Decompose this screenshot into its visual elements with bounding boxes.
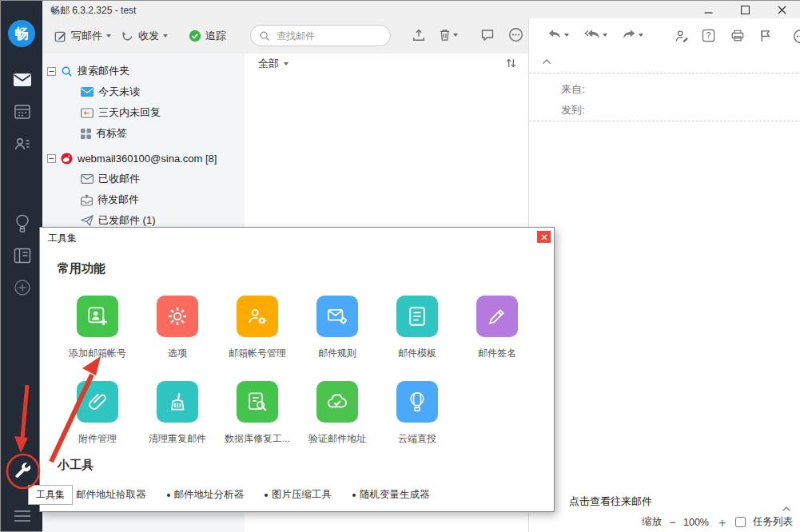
- folder-not-replied[interactable]: 三天内未回复: [81, 105, 161, 121]
- flag-icon[interactable]: [759, 29, 772, 42]
- balloon-icon: [406, 391, 428, 413]
- minimize-button[interactable]: [695, 1, 722, 18]
- toolset-dialog: 工具集 常用功能 添加邮箱帐号 选项: [39, 227, 555, 512]
- outbox-icon: [81, 194, 93, 206]
- unread-mail-icon: [81, 87, 94, 97]
- reply-all-button[interactable]: [584, 29, 607, 41]
- track-button[interactable]: 追踪: [189, 25, 226, 47]
- folder-sent[interactable]: 已发邮件 (1): [81, 212, 156, 228]
- plus-circle-icon[interactable]: [12, 277, 33, 298]
- search-input[interactable]: [275, 30, 382, 42]
- collapse-icon[interactable]: [47, 67, 56, 76]
- inbox-mail-icon: [81, 174, 94, 184]
- sent-plane-icon: [81, 215, 94, 226]
- chevron-up-icon[interactable]: [542, 58, 551, 65]
- zoom-in-button[interactable]: ＋: [716, 516, 728, 528]
- bullet-icon: [265, 494, 268, 497]
- search-folder-icon: [61, 66, 73, 77]
- tiles-row-2: 附件管理 清理重复邮件 数据库修复工...: [58, 381, 457, 446]
- svg-text:?: ?: [706, 31, 711, 40]
- gear-icon: [166, 305, 189, 328]
- bullet-icon: [352, 494, 356, 497]
- section-common-title: 常用功能: [58, 261, 105, 276]
- to-label: 发到:: [561, 103, 585, 117]
- maximize-button[interactable]: [731, 1, 758, 18]
- section-tools-title: 小工具: [58, 458, 94, 473]
- track-icon: [189, 30, 201, 42]
- folder-inbox[interactable]: 已收邮件: [81, 171, 140, 187]
- compose-button[interactable]: 写邮件: [54, 25, 111, 47]
- calendar-icon[interactable]: [12, 101, 33, 122]
- send-receive-button[interactable]: 收发: [121, 25, 168, 47]
- contacts-icon[interactable]: [12, 133, 33, 154]
- divider: [529, 121, 800, 121]
- tool-attachments[interactable]: 附件管理: [58, 381, 137, 446]
- mail-icon[interactable]: [12, 69, 33, 90]
- tool-db-repair[interactable]: 数据库修复工...: [217, 381, 297, 446]
- chevron-up-icon[interactable]: [782, 506, 791, 512]
- preview-toolbar: ?: [529, 18, 800, 54]
- folder-today-unread[interactable]: 今天未读: [81, 84, 140, 100]
- zoom-bar: 缩放 − 100% ＋ 任务列表: [642, 515, 793, 529]
- small-tool-address-picker[interactable]: 邮件地址拾取器: [69, 488, 146, 502]
- tags-grid-icon: [81, 129, 91, 139]
- titlebar: 畅邮 6.3.2.325 - test: [42, 1, 800, 18]
- app-logo[interactable]: 畅: [8, 20, 35, 47]
- tool-account-manage[interactable]: 邮箱帐号管理: [217, 296, 297, 360]
- forward-button[interactable]: [622, 29, 643, 41]
- caret-down-icon: [453, 34, 458, 37]
- tool-mail-template[interactable]: 邮件模板: [377, 296, 457, 360]
- app-window: 畅 畅邮 6.3.2.325 - test: [0, 0, 800, 532]
- caret-down-icon: [163, 34, 168, 38]
- help-icon[interactable]: ?: [702, 29, 715, 42]
- app-sidebar: 畅: [1, 1, 42, 531]
- filter-dropdown[interactable]: 全部: [258, 57, 289, 71]
- wrench-icon[interactable]: [12, 460, 33, 481]
- compose-icon: [54, 30, 67, 43]
- small-tool-address-analyzer[interactable]: 邮件地址分析器: [167, 488, 245, 502]
- search-icon: [259, 30, 270, 42]
- board-icon[interactable]: [12, 245, 33, 266]
- toolset-tooltip: 工具集: [28, 485, 73, 505]
- sina-account-icon: [61, 153, 73, 165]
- close-button[interactable]: [768, 1, 795, 18]
- comment-icon[interactable]: [480, 28, 495, 42]
- more-icon[interactable]: [793, 29, 800, 44]
- tool-options[interactable]: 选项: [137, 296, 217, 360]
- hamburger-menu-icon[interactable]: [12, 506, 33, 526]
- tool-clean-duplicates[interactable]: 清理重复邮件: [137, 381, 217, 446]
- small-tool-image-compress[interactable]: 图片压缩工具: [265, 488, 332, 502]
- search-box: [250, 25, 391, 46]
- task-list-label: 任务列表: [753, 515, 793, 529]
- archive-up-icon[interactable]: [412, 28, 426, 42]
- main-toolbar: 写邮件 收发 追踪: [42, 18, 528, 54]
- tool-verify-address[interactable]: 验证邮件地址: [297, 381, 377, 446]
- reply-mail-icon: [81, 108, 94, 118]
- print-icon[interactable]: [730, 29, 745, 42]
- folder-outbox[interactable]: 待发邮件: [81, 192, 139, 208]
- task-list-checkbox[interactable]: [735, 517, 746, 527]
- zoom-out-button[interactable]: −: [669, 516, 676, 528]
- sort-icon[interactable]: [505, 57, 517, 69]
- tool-add-account[interactable]: 添加邮箱帐号: [58, 296, 137, 360]
- delete-button[interactable]: [439, 28, 458, 42]
- collapse-icon[interactable]: [47, 154, 56, 163]
- balloon-icon[interactable]: [12, 213, 33, 234]
- tool-mail-rules[interactable]: 邮件规则: [297, 296, 377, 360]
- divider: [529, 73, 800, 73]
- tool-mail-signature[interactable]: 邮件签名: [457, 296, 537, 360]
- document-icon: [406, 305, 428, 328]
- more-options-icon[interactable]: [508, 27, 523, 42]
- account-node[interactable]: webmail360100@sina.com [8]: [47, 150, 217, 166]
- reply-button[interactable]: [547, 29, 569, 41]
- pencil-icon: [486, 305, 508, 328]
- folder-search-group[interactable]: 搜索邮件夹: [47, 63, 129, 79]
- zoom-label: 缩放: [642, 515, 662, 529]
- folder-tagged[interactable]: 有标签: [81, 125, 127, 141]
- caret-down-icon: [639, 34, 643, 37]
- history-hint[interactable]: 点击查看往来邮件: [569, 494, 652, 509]
- small-tool-random-generator[interactable]: 随机变量生成器: [352, 488, 430, 502]
- edit-contact-icon[interactable]: [675, 29, 689, 43]
- dialog-close-button[interactable]: [537, 231, 551, 243]
- tool-cloud-send[interactable]: 云端直投: [377, 381, 457, 446]
